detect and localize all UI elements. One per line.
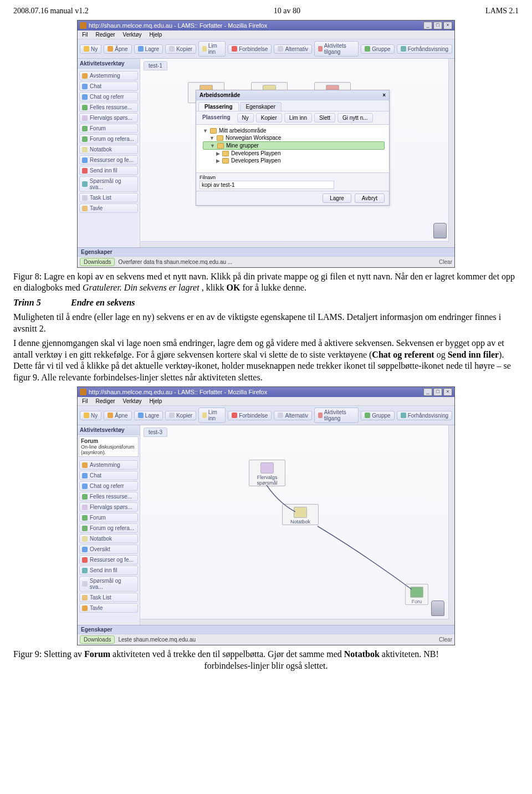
minimize-button[interactable]: _ (423, 22, 432, 29)
tool-group[interactable]: Gruppe (361, 44, 394, 54)
tree-item[interactable]: ▼Mine grupper (203, 141, 385, 150)
sidebar-tool-item[interactable]: Chat (79, 471, 138, 480)
downloads-button[interactable]: Downloads (80, 635, 115, 644)
sidebar-tool-item[interactable]: Ressurser og fe... (79, 155, 138, 165)
downloads-button[interactable]: Downloads (80, 258, 115, 266)
trash-icon[interactable] (433, 223, 447, 238)
sidebar-tool-item[interactable]: Notatbok (79, 534, 138, 543)
menu-item[interactable]: Hjelp (150, 398, 162, 404)
menu-item[interactable]: Verktøy (123, 32, 142, 38)
dialog-cancel-button[interactable]: Avbryt (355, 194, 385, 203)
scrollbar-horizontal[interactable] (140, 619, 449, 625)
sidebar-tool-item[interactable]: Chat og referr (79, 92, 138, 101)
tree-item[interactable]: ▶Developers Playpen (203, 150, 385, 157)
tool-access[interactable]: Aktivitets tilgang (314, 41, 359, 57)
clear-button[interactable]: Clear (439, 259, 452, 265)
sidebar-tool-item[interactable]: Flervalgs spørs... (79, 502, 138, 512)
canvas-tab[interactable]: test-1 (144, 61, 167, 70)
sidebar-tool-item[interactable]: Avstemming (79, 71, 138, 80)
tool-open[interactable]: Åpne (104, 44, 131, 54)
sidebar-tool-item[interactable]: Notatbok (79, 145, 138, 154)
menu-item[interactable]: Fil (82, 32, 88, 38)
sidebar-tool-item[interactable]: Avstemming (79, 460, 138, 470)
tool-connection[interactable]: Forbindelse (228, 411, 272, 420)
filename-input[interactable]: kopi av test-1 (200, 181, 334, 189)
sidebar-tool-item[interactable]: Send inn fil (79, 566, 138, 575)
sidebar-tool-item[interactable]: Oversikt (79, 544, 138, 554)
sidebar-tool-item[interactable]: Flervalgs spørs... (79, 113, 138, 123)
tool-paste[interactable]: Lim inn (198, 41, 226, 57)
sidebar-tool-item[interactable]: Tavle (79, 603, 138, 613)
menu-item[interactable]: Rediger (96, 398, 115, 404)
dialog-close-button[interactable]: × (382, 92, 386, 98)
tree-toggle-icon[interactable]: ▼ (209, 135, 214, 141)
menu-item[interactable]: Verktøy (123, 398, 142, 404)
tree-item[interactable]: ▼Mitt arbeidsområde (203, 127, 385, 134)
tool-label: Spørsmål og sva... (90, 578, 135, 590)
maximize-button[interactable]: □ (433, 22, 442, 29)
properties-panel[interactable]: Egenskaper (78, 625, 454, 634)
dialog-tool-delete[interactable]: Slett (314, 113, 335, 123)
minimize-button[interactable]: _ (423, 388, 432, 396)
tool-connection[interactable]: Forbindelse (228, 44, 272, 54)
tree-toggle-icon[interactable]: ▼ (203, 128, 208, 134)
sidebar-tool-item[interactable]: Forum (79, 124, 138, 133)
sidebar-tool-item[interactable]: Spørsmål og sva... (79, 176, 138, 192)
scrollbar-horizontal[interactable] (140, 241, 449, 247)
tool-access[interactable]: Aktivitets tilgang (314, 408, 359, 423)
dialog-tab-placement[interactable]: Plassering (198, 102, 239, 111)
dialog-tool-rename[interactable]: Gi nytt n... (337, 113, 373, 123)
tool-group[interactable]: Gruppe (361, 411, 394, 420)
tool-copy[interactable]: Kopier (165, 44, 196, 54)
tree-item[interactable]: ▶Developers Playpen (203, 157, 385, 164)
sidebar-tool-item[interactable]: Felles ressurse... (79, 103, 138, 112)
tool-save[interactable]: Lagre (134, 44, 163, 54)
canvas[interactable]: test-3 Flervalgs spørsmålNotatbokForu (140, 425, 454, 625)
menu-item[interactable]: Fil (82, 398, 88, 404)
maximize-button[interactable]: □ (433, 388, 442, 396)
tool-new[interactable]: Ny (80, 44, 101, 54)
dialog-tab-properties[interactable]: Egenskaper (240, 102, 282, 111)
sidebar-tool-item[interactable]: Tavle (79, 203, 138, 213)
tool-copy[interactable]: Kopier (165, 411, 196, 420)
tool-preview[interactable]: Forhåndsvisning (397, 44, 452, 54)
tree-toggle-icon[interactable]: ▶ (216, 158, 220, 164)
sidebar-tool-item[interactable]: Task List (79, 193, 138, 202)
sidebar-tool-item[interactable]: Spørsmål og sva... (79, 576, 138, 592)
sidebar-tool-item[interactable]: Felles ressurse... (79, 492, 138, 501)
menu-item[interactable]: Hjelp (150, 32, 162, 38)
sidebar-tool-item[interactable]: Task List (79, 593, 138, 602)
scrollbar-vertical[interactable] (448, 59, 454, 247)
tool-new[interactable]: Ny (80, 411, 101, 420)
tool-alternative[interactable]: Alternativ (274, 44, 312, 54)
menu-item[interactable]: Rediger (96, 32, 115, 38)
tree-toggle-icon[interactable]: ▶ (216, 151, 220, 156)
scrollbar-vertical[interactable] (448, 425, 454, 625)
tool-preview[interactable]: Forhåndsvisning (397, 411, 452, 420)
tool-alternative[interactable]: Alternativ (274, 411, 312, 420)
close-button[interactable]: × (443, 388, 452, 396)
trash-icon[interactable] (431, 600, 444, 616)
tool-save[interactable]: Lagre (134, 411, 163, 420)
filename-label: Filnavn (200, 175, 216, 180)
sidebar-tool-item[interactable]: Chat (79, 82, 138, 91)
sidebar-tool-item[interactable]: Forum og refera... (79, 134, 138, 144)
dialog-save-button[interactable]: Lagre (323, 194, 351, 203)
properties-panel[interactable]: Egenskaper (78, 247, 454, 256)
dialog-tool-paste[interactable]: Lim inn (284, 113, 312, 123)
sidebar-tool-item[interactable]: Ressurser og fe... (79, 555, 138, 564)
close-button[interactable]: × (443, 22, 452, 29)
sidebar-tool-item[interactable]: Send inn fil (79, 166, 138, 175)
clear-button[interactable]: Clear (439, 637, 452, 643)
folder-tree[interactable]: ▼Mitt arbeidsområde▼Norwegian Workspace▼… (196, 125, 389, 173)
dialog-tool-copy[interactable]: Kopier (256, 113, 282, 123)
tool-open[interactable]: Åpne (104, 411, 131, 420)
tree-toggle-icon[interactable]: ▼ (210, 143, 215, 149)
dialog-tool-new[interactable]: Ny (237, 113, 254, 123)
sidebar-tool-item[interactable]: Forum (79, 513, 138, 522)
tool-paste[interactable]: Lim inn (198, 408, 226, 423)
sidebar-tool-item[interactable]: Chat og referr (79, 481, 138, 491)
tree-item[interactable]: ▼Norwegian Workspace (203, 134, 385, 141)
sidebar-tool-item[interactable]: Forum og refera... (79, 523, 138, 533)
canvas[interactable]: test-1 TavleNotatbokAvstemming Arbeidsom… (140, 59, 454, 247)
